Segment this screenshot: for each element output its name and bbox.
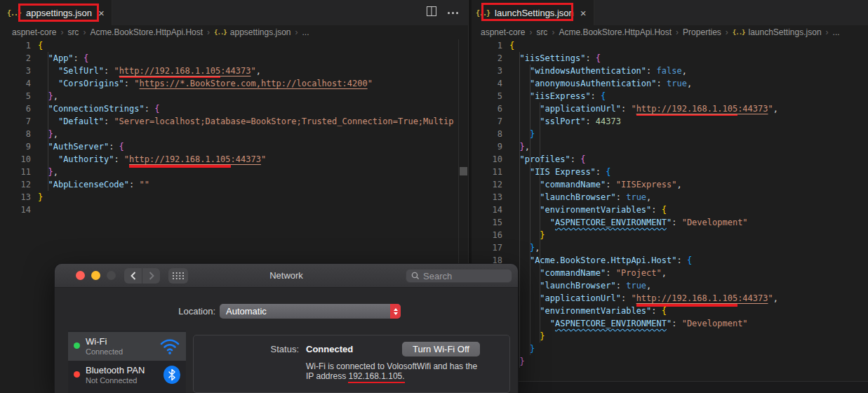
code-line: 16 } <box>472 229 868 241</box>
breadcrumb-separator-icon: › <box>60 27 63 37</box>
code-line: 18 "Acme.BookStore.HttpApi.Host": { <box>472 254 868 267</box>
line-number: 13 <box>472 191 502 204</box>
breadcrumb-separator-icon: › <box>295 27 298 37</box>
breadcrumb-item[interactable]: Acme.BookStore.HttpApi.Host <box>559 27 672 37</box>
line-number: 9 <box>0 140 31 153</box>
code-line: 3 "windowsAuthentication": false, <box>472 65 868 77</box>
code-line: 20 "launchBrowser": true, <box>472 279 868 292</box>
search-field[interactable] <box>406 269 512 283</box>
line-number: 8 <box>472 128 502 140</box>
code-editor[interactable]: 1{2 "iisSettings": {3 "windowsAuthentica… <box>472 39 868 380</box>
breadcrumb-item[interactable]: aspnet-core <box>12 27 56 37</box>
breadcrumb-separator-icon: › <box>529 27 532 37</box>
ip-address: 192.168.1.105. <box>348 371 404 383</box>
json-file-icon: {..} <box>476 9 490 17</box>
code-line: 12 "commandName": "IISExpress", <box>472 178 868 191</box>
location-dropdown[interactable]: Automatic <box>220 304 401 319</box>
editor-pane-launchsettings: {..} launchSettings.json × aspnet-core›s… <box>472 0 868 393</box>
location-value: Automatic <box>220 306 390 317</box>
code-line: 5 "iisExpress": { <box>472 90 868 102</box>
code-line: 2 "iisSettings": { <box>472 52 868 65</box>
dropdown-stepper-icon <box>390 304 401 319</box>
line-number: 1 <box>472 39 502 52</box>
code-line: 1{ <box>472 39 868 52</box>
line-number: 14 <box>0 204 31 216</box>
line-number: 14 <box>472 204 502 216</box>
search-icon <box>411 272 420 280</box>
code-line: 21 "applicationUrl": "http://192.168.1.1… <box>472 292 868 305</box>
close-tab-icon[interactable]: × <box>98 8 105 18</box>
breadcrumb-separator-icon: › <box>826 27 829 37</box>
breadcrumb-item[interactable]: src <box>67 27 79 37</box>
code-line: 23 "ASPNETCORE_ENVIRONMENT": "Developmen… <box>472 317 868 330</box>
breadcrumb-item[interactable]: Properties <box>683 27 721 37</box>
status-dot-green <box>74 342 80 349</box>
breadcrumb-separator-icon: › <box>552 27 554 37</box>
list-item-bluetooth[interactable]: Bluetooth PAN Not Connected <box>68 361 186 389</box>
line-number: 2 <box>472 52 502 65</box>
code-line: 4 "anonymousAuthentication": true, <box>472 77 868 90</box>
code-line: 1{ <box>0 39 468 52</box>
panel-divider <box>472 381 868 393</box>
code-editor[interactable]: 1{2 "App": {3 "SelfUrl": "http://192.168… <box>0 39 468 216</box>
indent-guide <box>48 52 48 191</box>
tab-appsettings[interactable]: {..} appsettings.json × <box>0 0 112 25</box>
breadcrumb-item[interactable]: src <box>536 27 547 37</box>
code-line: 10 "profiles": { <box>472 153 868 166</box>
split-editor-icon[interactable] <box>426 6 437 20</box>
code-line: 10 "Authority": "http://192.168.1.105:44… <box>0 153 468 166</box>
breadcrumb-item[interactable]: {..}launchSettings.json <box>733 27 822 37</box>
breadcrumb[interactable]: aspnet-core›src›Acme.BookStore.HttpApi.H… <box>0 25 468 39</box>
line-number: 7 <box>472 115 502 128</box>
line-number: 8 <box>0 128 31 140</box>
code-line: 19 "commandName": "Project", <box>472 267 868 279</box>
breadcrumb-item[interactable]: ... <box>833 27 840 37</box>
list-item-wifi[interactable]: Wi-Fi Connected <box>68 332 186 361</box>
code-line: 11 }, <box>0 166 468 178</box>
close-tab-icon[interactable]: × <box>580 8 587 18</box>
scrollbar-marker[interactable] <box>460 167 467 175</box>
breadcrumb[interactable]: aspnet-core›src›Acme.BookStore.HttpApi.H… <box>472 25 868 39</box>
line-number: 6 <box>472 102 502 115</box>
turn-wifi-off-button[interactable]: Turn Wi-Fi Off <box>402 342 480 357</box>
indent-guide <box>519 52 520 368</box>
line-number: 16 <box>472 229 502 241</box>
line-number: 3 <box>0 65 31 77</box>
line-number: 9 <box>472 140 502 153</box>
status-label: Status: <box>194 344 299 354</box>
breadcrumb-item[interactable]: {..}appsettings.json <box>214 27 291 37</box>
code-line: 8 } <box>472 128 868 140</box>
network-window: Network Location: Automatic Wi-Fi Connec… <box>55 264 518 393</box>
tab-launchsettings[interactable]: {..} launchSettings.json × <box>472 0 594 25</box>
code-line: 4 "CorsOrigins": "https://*.BookStore.co… <box>0 77 468 90</box>
line-number: 11 <box>0 166 31 178</box>
line-number: 11 <box>472 166 502 178</box>
line-number: 2 <box>0 52 31 65</box>
more-actions-icon[interactable] <box>448 12 458 14</box>
search-input[interactable] <box>423 271 512 281</box>
code-line: 12 "AbpLicenseCode": "" <box>0 178 468 191</box>
location-label: Location: <box>55 306 215 317</box>
breadcrumb-separator-icon: › <box>207 27 210 37</box>
line-number: 3 <box>472 65 502 77</box>
code-line: 13} <box>0 191 468 204</box>
breadcrumb-item[interactable]: Acme.BookStore.HttpApi.Host <box>90 27 203 37</box>
line-number: 1 <box>0 39 31 52</box>
json-file-icon: {..} <box>214 29 227 36</box>
code-line: 6 "applicationUrl": "http://192.168.1.10… <box>472 102 868 115</box>
line-number: 6 <box>0 102 31 115</box>
code-line: 15 "ASPNETCORE_ENVIRONMENT": "Developmen… <box>472 216 868 229</box>
code-line: 14 "environmentVariables": { <box>472 204 868 216</box>
breadcrumb-item[interactable]: aspnet-core <box>481 27 525 37</box>
breadcrumb-item[interactable]: ... <box>302 27 309 37</box>
breadcrumb-separator-icon: › <box>676 27 679 37</box>
line-number: 10 <box>0 153 31 166</box>
json-file-icon: {..} <box>733 29 745 36</box>
line-number: 7 <box>0 115 31 128</box>
wifi-info-line1: Wi-Fi is connected to VolosoftWifi and h… <box>306 361 477 371</box>
tab-label: appsettings.json <box>26 8 92 18</box>
line-number: 15 <box>472 216 502 229</box>
window-titlebar[interactable]: Network <box>55 264 518 288</box>
line-number: 12 <box>0 178 31 191</box>
code-line: 8 }, <box>0 128 468 140</box>
